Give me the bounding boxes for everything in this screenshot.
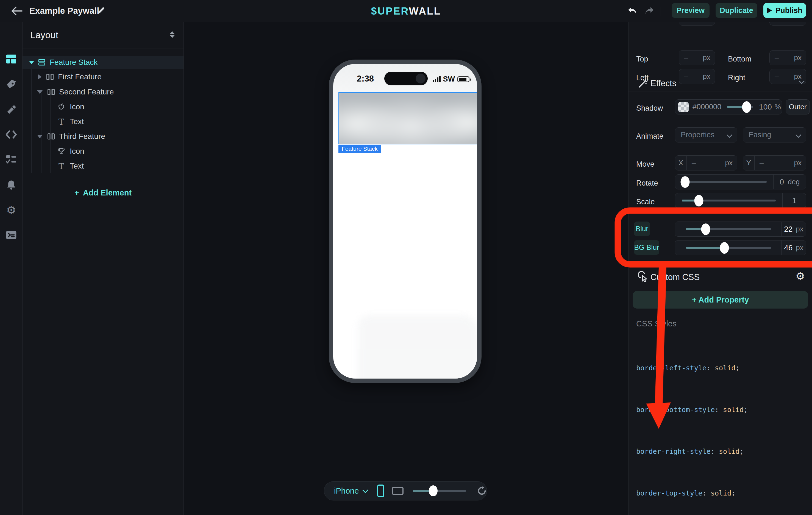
layout-panel: Layout Feature Stack First Feature Secon… bbox=[23, 22, 184, 515]
publish-button[interactable]: Publish bbox=[763, 3, 806, 18]
columns-icon bbox=[47, 87, 56, 97]
move-x-input[interactable]: X – px bbox=[675, 155, 737, 171]
clipped-input[interactable] bbox=[679, 22, 715, 26]
terminal-icon[interactable] bbox=[0, 229, 23, 241]
shadow-opacity-value[interactable]: 100 % bbox=[758, 100, 782, 114]
layout-panel-title: Layout bbox=[30, 30, 58, 40]
slider-knob[interactable] bbox=[701, 223, 710, 235]
layout-panel-header: Layout bbox=[23, 22, 183, 49]
tree-row-feature-stack[interactable]: Feature Stack bbox=[23, 56, 183, 69]
canvas[interactable]: 2:38 SW Feature Stack iPhone bbox=[184, 22, 628, 515]
camera-dot bbox=[416, 73, 426, 84]
columns-icon bbox=[45, 72, 55, 82]
layout-grid-icon[interactable] bbox=[0, 53, 23, 65]
iphone-mockup: 2:38 SW Feature Stack bbox=[329, 60, 482, 383]
panel-divider bbox=[629, 335, 812, 335]
blur-slider[interactable] bbox=[675, 222, 781, 236]
plus-icon: + bbox=[75, 188, 79, 198]
color-swatch[interactable] bbox=[678, 102, 689, 112]
tag-icon[interactable] bbox=[0, 78, 23, 90]
shadow-label: Shadow bbox=[636, 104, 663, 113]
selected-feature-stack-element[interactable] bbox=[339, 92, 477, 144]
tree-row-third-feature[interactable]: Third Feature bbox=[23, 130, 183, 143]
tree-row-icon-trophy[interactable]: Icon bbox=[23, 145, 183, 158]
zoom-slider[interactable] bbox=[413, 490, 466, 492]
slider-knob[interactable] bbox=[681, 176, 690, 188]
add-element-button[interactable]: + Add Element bbox=[23, 186, 183, 200]
text-icon: T bbox=[57, 161, 66, 171]
sort-icon[interactable] bbox=[170, 31, 176, 39]
code-icon[interactable] bbox=[0, 128, 23, 141]
redo-icon[interactable] bbox=[644, 6, 655, 16]
undo-icon[interactable] bbox=[627, 6, 638, 16]
css-rules: border-left-style: solid; border-bottom-… bbox=[636, 342, 781, 515]
shadow-color-cell[interactable]: #000000 bbox=[675, 100, 722, 114]
device-select[interactable]: iPhone bbox=[334, 486, 359, 495]
checklist-icon[interactable] bbox=[0, 153, 23, 165]
gear-icon[interactable]: ⚙ bbox=[0, 204, 23, 216]
scale-control: 1 bbox=[675, 193, 806, 208]
caret-right-icon[interactable] bbox=[38, 74, 41, 80]
gear-glyph: ⚙ bbox=[6, 205, 16, 215]
css-rule-line: border-left-style: solid; bbox=[636, 363, 781, 373]
shadow-opacity-slider[interactable] bbox=[722, 100, 758, 114]
properties-panel: Top –px Bottom –px Left –px Right –px Ef… bbox=[628, 22, 812, 515]
landscape-icon[interactable] bbox=[392, 487, 404, 495]
chevron-down-icon bbox=[795, 132, 801, 138]
tree-label: First Feature bbox=[58, 72, 102, 81]
tree-row-text[interactable]: T Text bbox=[23, 115, 183, 128]
rotate-slider[interactable] bbox=[675, 175, 773, 189]
selection-label: Feature Stack bbox=[339, 145, 381, 153]
blur-value[interactable]: 22 px bbox=[782, 222, 806, 236]
move-y-input[interactable]: Y – px bbox=[743, 155, 806, 171]
css-settings-gear-icon[interactable]: ⚙ bbox=[795, 270, 805, 282]
shadow-hex: #000000 bbox=[693, 103, 721, 111]
stack-icon bbox=[37, 58, 47, 67]
chevron-down-icon bbox=[727, 132, 732, 138]
animate-properties-dropdown[interactable]: Properties bbox=[675, 127, 737, 143]
clipped-input[interactable] bbox=[770, 22, 806, 26]
tree-row-text[interactable]: T Third FeatureText bbox=[23, 159, 183, 173]
refresh-icon[interactable] bbox=[477, 486, 487, 496]
panel-divider bbox=[629, 268, 812, 268]
paintbrush-icon[interactable] bbox=[0, 103, 23, 116]
rotate-label: Rotate bbox=[636, 179, 658, 187]
tree-row-icon-apple[interactable]: Icon bbox=[23, 100, 183, 113]
bg-blur-slider[interactable] bbox=[675, 241, 781, 255]
slider-knob[interactable] bbox=[720, 242, 729, 254]
zoom-knob[interactable] bbox=[429, 485, 438, 496]
toolbar-divider bbox=[660, 7, 660, 16]
rotate-value[interactable]: 0 deg bbox=[774, 175, 806, 189]
scale-value[interactable]: 1 bbox=[783, 193, 806, 208]
scale-slider[interactable] bbox=[675, 193, 782, 208]
tree-row-first-feature[interactable]: First Feature bbox=[23, 70, 183, 84]
shadow-mode-button[interactable]: Outer bbox=[786, 99, 810, 115]
tree-row-second-feature[interactable]: Second Feature bbox=[23, 85, 183, 98]
slider-knob[interactable] bbox=[742, 101, 751, 113]
css-styles-label: CSS Styles bbox=[636, 319, 676, 328]
panel-divider bbox=[629, 91, 812, 91]
bg-blur-value[interactable]: 46 px bbox=[782, 241, 806, 255]
duplicate-button[interactable]: Duplicate bbox=[716, 3, 757, 18]
blur-badge[interactable]: Blur bbox=[634, 221, 650, 236]
wand-icon bbox=[638, 78, 649, 88]
tree-label: Icon bbox=[70, 147, 84, 156]
status-icons: SW bbox=[433, 75, 470, 84]
top-input[interactable]: –px bbox=[679, 50, 715, 65]
caret-down-icon[interactable] bbox=[37, 135, 42, 139]
bg-blur-badge[interactable]: BG Blur bbox=[634, 240, 659, 255]
portrait-icon[interactable] bbox=[377, 485, 384, 497]
bottom-label: Bottom bbox=[728, 55, 752, 63]
caret-down-icon[interactable] bbox=[29, 61, 34, 64]
animate-easing-dropdown[interactable]: Easing bbox=[743, 127, 806, 143]
caret-down-icon[interactable] bbox=[37, 90, 42, 94]
bottom-input[interactable]: –px bbox=[770, 50, 806, 65]
phone-screen[interactable]: 2:38 SW Feature Stack bbox=[333, 64, 477, 378]
chevron-down-icon[interactable] bbox=[362, 487, 369, 493]
preview-button[interactable]: Preview bbox=[672, 3, 709, 18]
top-bar: Example Paywall $UPERWALL Preview Duplic… bbox=[0, 0, 812, 22]
add-property-button[interactable]: + Add Property bbox=[633, 291, 808, 308]
bell-icon[interactable] bbox=[0, 178, 23, 191]
slider-knob[interactable] bbox=[694, 195, 703, 207]
tree-label: Text bbox=[70, 117, 84, 126]
